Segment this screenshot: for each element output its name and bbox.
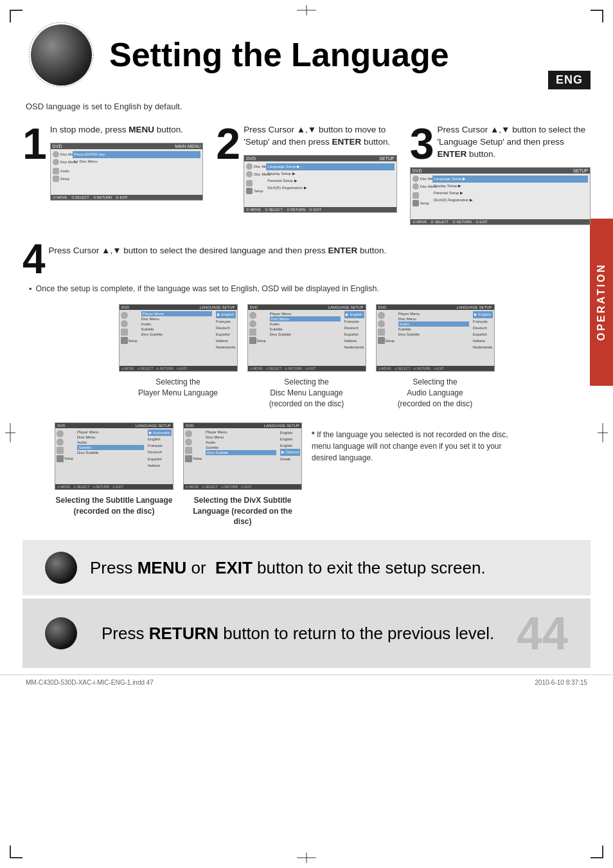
step-2-screen-header: DVDSETUP bbox=[244, 156, 396, 161]
svg-text:010101010101010101010101010101: 0101010101010101010101010101010101010101… bbox=[26, 19, 96, 20]
subtitle-lang-screen: DVDLANGUAGE SETUP Setup Player Menu Disc… bbox=[55, 422, 173, 490]
page-title: Setting the Language bbox=[109, 38, 449, 71]
step-4-text: Press Cursor ▲,▼ button to select the de… bbox=[49, 245, 387, 257]
bottom-return-text: Press RETURN button to return to the pre… bbox=[102, 624, 494, 644]
note-bullet: • bbox=[29, 284, 32, 294]
header-icon-circle bbox=[31, 24, 92, 86]
step-2-block: 2 Press Cursor ▲,▼ button to move to 'Se… bbox=[216, 124, 396, 213]
footer-right: 2010-6-10 8:37:15 bbox=[535, 679, 587, 686]
subtitle-lang-header: DVDLANGUAGE SETUP bbox=[55, 423, 173, 428]
step-1-block: 1 In stop mode, press MENU button. DVDMA… bbox=[22, 124, 203, 201]
disc-menu-header: DVDLANGUAGE SETUP bbox=[248, 305, 366, 310]
operation-sidebar: OPERATION bbox=[590, 219, 613, 386]
subtitle-lang-icons: Setup bbox=[57, 429, 76, 483]
subtitle-text: OSD language is set to English by defaul… bbox=[26, 102, 587, 111]
disc-menu-screen-block: DVDLANGUAGE SETUP Setup Player Menu Disc… bbox=[247, 304, 366, 409]
step-2-bold: ENTER bbox=[332, 137, 361, 147]
step-3-number: 3 bbox=[410, 124, 434, 163]
player-menu-submenu: ▶ English Français Deutsch Español Itali… bbox=[216, 311, 236, 365]
bottom-menu-exit-section: Press MENU or EXIT button to exit the se… bbox=[22, 540, 591, 595]
step-1-icons: Disc Menu Disc Menu Audio Setup bbox=[53, 151, 71, 193]
corner-mark-br bbox=[591, 845, 603, 858]
step-1-screen-body: Disc Menu Disc Menu Audio Setup Press EN… bbox=[51, 149, 203, 195]
step-2-screen-body: Disc Menu Disc Menu Setup Language Setup… bbox=[244, 161, 396, 207]
bottom-menu-exit-text: Press MENU or EXIT button to exit the se… bbox=[90, 558, 486, 578]
step-1-text: In stop mode, press MENU button. bbox=[50, 124, 204, 136]
step-1-bold: MENU bbox=[129, 125, 154, 134]
divx-subtitle-footer: ⊙ MOVE⊙ SELECT⊙ RETURN⊙ EXIT bbox=[184, 484, 301, 489]
step-3-screen-header: DVDSETUP bbox=[411, 168, 590, 174]
step-3-footer: ⊙ MOVE⊙ SELECT⊙ RETURN⊙ EXIT bbox=[411, 219, 590, 224]
page-number: 44 bbox=[517, 610, 568, 656]
step-4-number: 4 bbox=[22, 241, 46, 278]
bottom-circle-return-icon bbox=[45, 617, 77, 649]
audio-lang-items: Player Menu Disc Menu Audio Subtitle Div… bbox=[398, 311, 469, 365]
player-menu-caption: Selecting thePlayer Menu Language bbox=[138, 377, 218, 399]
step-3-bold: ENTER bbox=[437, 149, 466, 159]
subtitle-lang-body: Setup Player Menu Disc Menu Audio Subtit… bbox=[55, 428, 173, 484]
bottom-return-section: Press RETURN button to return to the pre… bbox=[22, 599, 591, 668]
step-3-block: 3 Press Cursor ▲,▼ button to select the … bbox=[410, 124, 591, 225]
step-4-bold: ENTER bbox=[328, 246, 358, 255]
audio-lang-footer: ⊙ MOVE⊙ SELECT⊙ RETURN⊙ EXIT bbox=[377, 366, 494, 371]
step-2-icons: Disc Menu Disc Menu Setup bbox=[246, 163, 264, 205]
step-2-menu: Language Setup ▶ Display Setup ▶ Parenta… bbox=[266, 163, 395, 205]
audio-lang-header: DVDLANGUAGE SETUP bbox=[377, 305, 494, 310]
step-3-text: Press Cursor ▲,▼ button to select the 'L… bbox=[437, 124, 591, 161]
crosshair-left bbox=[5, 423, 15, 445]
audio-lang-screen-block: DVDLANGUAGE SETUP Setup Player Menu Disc… bbox=[376, 304, 495, 409]
subtitle-lang-screen-block: DVDLANGUAGE SETUP Setup Player Menu Disc… bbox=[55, 422, 173, 517]
player-menu-screen: DVDLANGUAGE SETUP Setup Player Menu Disc… bbox=[119, 304, 238, 372]
audio-lang-icons: Setup bbox=[378, 311, 397, 365]
audio-lang-body: Setup Player Menu Disc Menu Audio Subtit… bbox=[377, 310, 494, 366]
subtitle-lang-caption: Selecting the Subtitle Language(recorded… bbox=[55, 495, 172, 517]
menu-bold: MENU bbox=[138, 558, 187, 577]
divx-subtitle-header: DVDLANGUAGE SETUP bbox=[184, 423, 301, 428]
bottom-circle-icon bbox=[45, 552, 77, 584]
player-menu-footer: ⊙ MOVE⊙ SELECT⊙ RETURN⊙ EXIT bbox=[120, 366, 237, 371]
note-box: * If the language you selected is not re… bbox=[312, 422, 517, 464]
step-2-number: 2 bbox=[216, 124, 240, 163]
crosshair-bottom bbox=[297, 853, 316, 863]
divx-subtitle-submenu: English English English ▶ Optimal Greek bbox=[280, 429, 300, 483]
disc-menu-icons: Setup bbox=[249, 311, 269, 365]
player-menu-items: Player Menu Disc Menu Audio Subtitle Div… bbox=[141, 311, 212, 365]
step-1-screen-header: DVDMAIN MENU bbox=[51, 143, 203, 149]
step-2-footer: ⊙ MOVE⊙ SELECT⊙ RETURN⊙ EXIT bbox=[244, 207, 396, 212]
disc-menu-submenu: ▶ English Français Deutsch Español Itali… bbox=[344, 311, 364, 365]
main-content: 1 In stop mode, press MENU button. DVDMA… bbox=[0, 124, 613, 668]
divx-subtitle-icons: Setup bbox=[185, 429, 204, 483]
disc-menu-body: Setup Player Menu Disc Menu Audio Subtit… bbox=[248, 310, 366, 366]
disc-menu-screen: DVDLANGUAGE SETUP Setup Player Menu Disc… bbox=[247, 304, 366, 372]
steps-123-row: 1 In stop mode, press MENU button. DVDMA… bbox=[22, 124, 591, 225]
audio-lang-screen: DVDLANGUAGE SETUP Setup Player Menu Disc… bbox=[376, 304, 495, 372]
header-area: 0101010101010101010101010101010101010101… bbox=[0, 0, 613, 96]
divx-subtitle-screen: DVDLANGUAGE SETUP Setup Player Menu Disc… bbox=[183, 422, 302, 490]
corner-mark-bl bbox=[10, 845, 22, 858]
lang-screens-row-1: DVDLANGUAGE SETUP Setup Player Menu Disc… bbox=[22, 304, 591, 409]
player-menu-body: Setup Player Menu Disc Menu Audio Subtit… bbox=[120, 310, 237, 366]
disc-menu-footer: ⊙ MOVE⊙ SELECT⊙ RETURN⊙ EXIT bbox=[248, 366, 366, 371]
divx-subtitle-caption: Selecting the DivX SubtitleLanguage (rec… bbox=[183, 495, 302, 527]
note-area: • Once the setup is complete, if the lan… bbox=[29, 283, 591, 294]
player-menu-header: DVDLANGUAGE SETUP bbox=[120, 305, 237, 310]
disc-menu-caption: Selecting theDisc Menu Language(recorded… bbox=[269, 377, 344, 409]
exit-bold: EXIT bbox=[215, 558, 253, 577]
step-3-screen: DVDSETUP Disc Menu Disc Menu Setup Langu… bbox=[410, 167, 591, 225]
footer-left: MM-C430D-530D-XAC-i-MIC-ENG-1.indd 47 bbox=[26, 679, 154, 686]
subtitle-lang-items: Player Menu Disc Menu Audio Subtitle Div… bbox=[77, 429, 144, 483]
doc-footer: MM-C430D-530D-XAC-i-MIC-ENG-1.indd 47 20… bbox=[0, 674, 613, 690]
subtitle-lang-submenu: ▶ Automatic English Français Deutsch Esp… bbox=[148, 429, 172, 483]
lang-screens-row-2: DVDLANGUAGE SETUP Setup Player Menu Disc… bbox=[22, 422, 591, 527]
note-text: Once the setup is complete, if the langu… bbox=[36, 283, 379, 294]
divx-subtitle-items: Player Menu Disc Menu Audio Subtitle Div… bbox=[206, 429, 276, 483]
audio-lang-caption: Selecting theAudio Language(recorded on … bbox=[398, 377, 473, 409]
step-1-menu: Press ENTER key for Disc Menu bbox=[73, 151, 201, 193]
note2-text: If the language you selected is not reco… bbox=[312, 430, 508, 462]
return-bold: RETURN bbox=[149, 624, 218, 643]
step-3-icons: Disc Menu Disc Menu Setup bbox=[413, 176, 431, 217]
step-1-footer: ⊙ MOVE⊙ SELECT⊙ RETURN⊙ EXIT bbox=[51, 195, 203, 200]
divx-subtitle-screen-block: DVDLANGUAGE SETUP Setup Player Menu Disc… bbox=[183, 422, 302, 527]
divx-subtitle-body: Setup Player Menu Disc Menu Audio Subtit… bbox=[184, 428, 301, 484]
audio-lang-submenu: ▶ English Français Deutsch Español Itali… bbox=[473, 311, 493, 365]
